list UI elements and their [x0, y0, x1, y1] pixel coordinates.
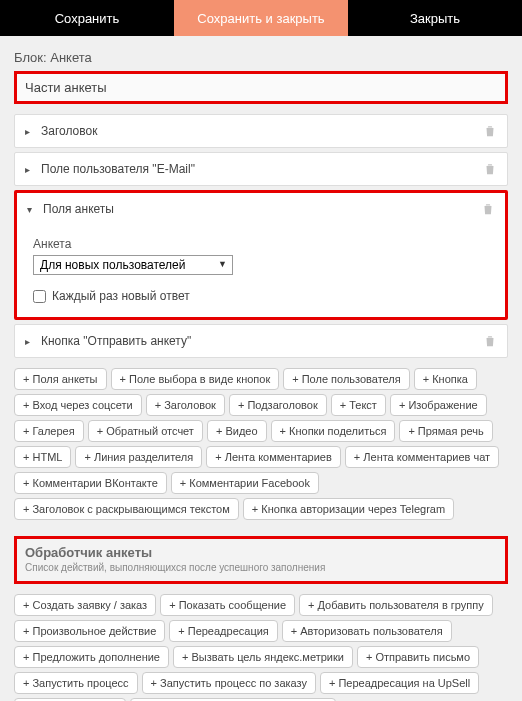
- handler-action-chip[interactable]: + Запустить процесс по заказу: [142, 672, 316, 694]
- chevron-right-icon: ▸: [25, 126, 35, 137]
- handler-action-chip[interactable]: + Отправить письмо: [357, 646, 479, 668]
- add-block-chip[interactable]: + Заголовок с раскрывающимся текстом: [14, 498, 239, 520]
- select-label: Анкета: [33, 237, 489, 251]
- handler-action-chip[interactable]: + Добавить пользователя в группу: [299, 594, 493, 616]
- accordion-item-form-fields: ▾ Поля анкеты Анкета Для новых пользоват…: [14, 190, 508, 320]
- handler-action-chip[interactable]: + Авторизовать пользователя: [282, 620, 452, 642]
- add-block-chip[interactable]: + HTML: [14, 446, 71, 468]
- add-block-chip[interactable]: + Поля анкеты: [14, 368, 107, 390]
- checkbox-label: Каждый раз новый ответ: [52, 289, 190, 303]
- add-block-chip[interactable]: + Текст: [331, 394, 386, 416]
- add-block-chip[interactable]: + Комментарии ВКонтакте: [14, 472, 167, 494]
- add-block-chip[interactable]: + Линия разделителя: [75, 446, 202, 468]
- accordion-label: Заголовок: [41, 124, 483, 138]
- accordion-label: Кнопка "Отправить анкету": [41, 334, 483, 348]
- add-block-chip[interactable]: + Кнопка авторизации через Telegram: [243, 498, 454, 520]
- add-block-chip[interactable]: + Прямая речь: [399, 420, 492, 442]
- add-block-chip[interactable]: + Лента комментариев чат: [345, 446, 499, 468]
- accordion-toggle[interactable]: ▾ Поля анкеты: [17, 193, 505, 225]
- accordion-item-header: ▸ Заголовок: [14, 114, 508, 148]
- trash-icon[interactable]: [483, 333, 497, 349]
- trash-icon[interactable]: [481, 201, 495, 217]
- add-block-chip[interactable]: + Комментарии Facebook: [171, 472, 319, 494]
- top-toolbar: Сохранить Сохранить и закрыть Закрыть: [0, 0, 522, 36]
- accordion-item-email: ▸ Поле пользователя "E-Mail": [14, 152, 508, 186]
- chevron-right-icon: ▸: [25, 336, 35, 347]
- accordion-label: Поля анкеты: [43, 202, 481, 216]
- save-button[interactable]: Сохранить: [0, 0, 174, 36]
- handler-header-box: Обработчик анкеты Список действий, выпол…: [14, 536, 508, 584]
- add-block-chip[interactable]: + Подзаголовок: [229, 394, 327, 416]
- add-block-chip[interactable]: + Галерея: [14, 420, 84, 442]
- accordion-toggle[interactable]: ▸ Кнопка "Отправить анкету": [15, 325, 507, 357]
- handler-action-chip[interactable]: + Запустить процесс: [14, 672, 138, 694]
- chevron-right-icon: ▸: [25, 164, 35, 175]
- block-title: Блок: Анкета: [14, 50, 508, 65]
- accordion-label: Поле пользователя "E-Mail": [41, 162, 483, 176]
- add-block-chip[interactable]: + Вход через соцсети: [14, 394, 142, 416]
- handler-action-chip[interactable]: + Произвольное действие: [14, 620, 165, 642]
- handler-action-chip[interactable]: + Переадресация: [169, 620, 278, 642]
- accordion-body: Анкета Для новых пользователей Каждый ра…: [17, 225, 505, 317]
- add-block-chip[interactable]: + Кнопки поделиться: [271, 420, 396, 442]
- add-block-chip[interactable]: + Обратный отсчет: [88, 420, 203, 442]
- save-close-button[interactable]: Сохранить и закрыть: [174, 0, 348, 36]
- add-block-chip[interactable]: + Заголовок: [146, 394, 225, 416]
- add-block-chip[interactable]: + Видео: [207, 420, 267, 442]
- handler-chips: + Создать заявку / заказ+ Показать сообщ…: [14, 594, 508, 701]
- chevron-down-icon: ▾: [27, 204, 37, 215]
- trash-icon[interactable]: [483, 161, 497, 177]
- main-content: Блок: Анкета Части анкеты ▸ Заголовок ▸ …: [0, 36, 522, 701]
- handler-action-chip[interactable]: + Вызвать цель яндекс.метрики: [173, 646, 353, 668]
- handler-action-chip[interactable]: + Предложить дополнение: [14, 646, 169, 668]
- add-block-chip[interactable]: + Поле выбора в виде кнопок: [111, 368, 280, 390]
- accordion-toggle[interactable]: ▸ Заголовок: [15, 115, 507, 147]
- form-select[interactable]: Для новых пользователей: [33, 255, 233, 275]
- checkbox-row: Каждый раз новый ответ: [33, 289, 489, 303]
- add-block-chip[interactable]: + Лента комментариев: [206, 446, 341, 468]
- close-button[interactable]: Закрыть: [348, 0, 522, 36]
- handler-title: Обработчик анкеты: [25, 545, 497, 560]
- accordion-toggle[interactable]: ▸ Поле пользователя "E-Mail": [15, 153, 507, 185]
- add-block-chip[interactable]: + Поле пользователя: [283, 368, 410, 390]
- handler-action-chip[interactable]: + Переадресация на UpSell: [320, 672, 479, 694]
- handler-subtitle: Список действий, выполняющихся после усп…: [25, 562, 497, 573]
- parts-header: Части анкеты: [14, 71, 508, 104]
- trash-icon[interactable]: [483, 123, 497, 139]
- handler-action-chip[interactable]: + Создать заявку / заказ: [14, 594, 156, 616]
- form-select-wrap: Для новых пользователей: [33, 255, 233, 275]
- accordion-item-submit: ▸ Кнопка "Отправить анкету": [14, 324, 508, 358]
- handler-action-chip[interactable]: + Показать сообщение: [160, 594, 295, 616]
- add-block-chip[interactable]: + Изображение: [390, 394, 487, 416]
- new-answer-checkbox[interactable]: [33, 290, 46, 303]
- add-block-chips: + Поля анкеты+ Поле выбора в виде кнопок…: [14, 368, 508, 520]
- add-block-chip[interactable]: + Кнопка: [414, 368, 477, 390]
